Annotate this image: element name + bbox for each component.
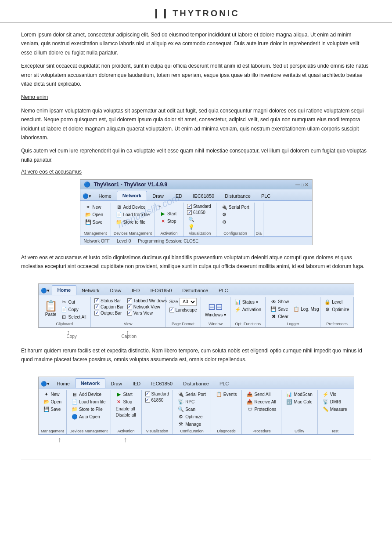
link-2[interactable]: At vero eos et accusamus <box>21 169 82 175</box>
btn3-auto-open[interactable]: 🔵 Auto Open <box>70 414 107 421</box>
btn3-disable-all[interactable]: Disable all <box>115 412 138 418</box>
btn-new[interactable]: ✦ New <box>84 203 107 210</box>
btn-add-device[interactable]: 🖥 Add Device <box>115 203 151 210</box>
btn3-start[interactable]: ▶ Start <box>115 391 138 398</box>
ribbon-orb[interactable]: 🔵▾ <box>80 192 94 200</box>
group-label-configuration: Configuration <box>216 231 254 236</box>
btn-select-all[interactable]: ⊞ Select All <box>60 314 88 321</box>
btn3-enable-all[interactable]: Enable all <box>115 406 138 412</box>
btn3-serial-port[interactable]: 🔌 Serial Port <box>176 391 207 398</box>
chk-output-bar[interactable]: Output Bar <box>94 310 124 316</box>
tab-draw[interactable]: Draw <box>147 192 169 200</box>
dmri-icon: 📡 <box>323 399 329 405</box>
btn-search[interactable]: 🔍 <box>187 216 212 223</box>
config-2-icon: ⚙ <box>221 211 227 218</box>
btn3-optimize[interactable]: ⚙ Optimize <box>176 414 207 421</box>
btn3-receive-all[interactable]: 📥 Receive All <box>245 399 277 406</box>
tab2-plc[interactable]: PLC <box>213 286 233 295</box>
tab-ied[interactable]: IED <box>169 192 187 200</box>
btn-log-msg[interactable]: 📋 Log. Msg <box>292 306 320 313</box>
chk-tabbed-windows[interactable]: Tabbed Windows <box>127 298 167 304</box>
tab3-plc[interactable]: PLC <box>214 379 234 388</box>
btn-start[interactable]: ▶ Start <box>158 210 180 217</box>
btn-load-from-file[interactable]: 📄 Load from file <box>115 211 151 218</box>
btn-optimize[interactable]: ⚙ Optimize <box>323 306 350 313</box>
btn3-events[interactable]: 📋 Events <box>215 391 238 398</box>
btn-save[interactable]: 💾 Save <box>84 218 107 225</box>
ribbon-orb-2[interactable]: 🔵▾ <box>39 287 52 295</box>
tab2-network[interactable]: Network <box>76 286 104 295</box>
btn-windows[interactable]: Windows ▾ <box>204 312 228 318</box>
btn3-store-file[interactable]: 📁 Store to File <box>70 406 107 413</box>
tab3-network[interactable]: Network <box>75 378 105 388</box>
btn3-vio[interactable]: ⚡ Vio <box>321 391 349 398</box>
btn-status[interactable]: 📊 Status ▾ <box>234 299 263 306</box>
chk-status-bar[interactable]: Status Bar <box>94 298 124 304</box>
link-1[interactable]: Nemo enim <box>21 94 48 100</box>
chk-network-view[interactable]: Network View <box>127 304 167 310</box>
chk-caption-bar-label: Caption Bar <box>101 305 124 309</box>
btn-config-2[interactable]: ⚙ <box>220 211 251 218</box>
chk-landscape[interactable]: Landscape <box>169 307 197 313</box>
chk3-61850[interactable]: 61850 <box>145 397 169 403</box>
btn3-dmri[interactable]: 📡 DMRI <box>321 399 349 406</box>
btn-store-to-file[interactable]: 📁 Store to file <box>115 218 151 225</box>
tab2-draw[interactable]: Draw <box>104 286 126 295</box>
tab2-ied[interactable]: IED <box>126 286 145 295</box>
btn3-add-device[interactable]: 🖥 Add Device <box>70 391 107 398</box>
btn-logger-save[interactable]: 💾 Save <box>269 306 290 313</box>
btn-show[interactable]: 👁 Show <box>269 298 290 305</box>
btn-open[interactable]: 📂 Open <box>84 211 107 218</box>
group3-label-devices: Devices Management <box>67 429 111 433</box>
tab-plc[interactable]: PLC <box>256 192 276 200</box>
btn3-modscan[interactable]: 📊 ModScan <box>285 391 313 398</box>
logger-save-icon: 💾 <box>270 306 277 312</box>
tab3-ied[interactable]: IED <box>127 379 146 388</box>
btn-copy[interactable]: 📄 Copy <box>60 306 88 313</box>
btn3-new[interactable]: ✦ New <box>42 391 63 398</box>
tab-network-active[interactable]: Network <box>117 191 147 200</box>
btn3-measure[interactable]: 📏 Measure <box>321 406 349 413</box>
tab2-home[interactable]: Home <box>52 285 77 295</box>
btn-cut[interactable]: ✂ Cut <box>60 299 88 306</box>
btn3-protections-label: Protections <box>254 407 276 412</box>
btn-serial-port[interactable]: 🔌 Serial Port <box>220 203 251 210</box>
btn-new-label: New <box>93 205 101 210</box>
btn3-open[interactable]: 📂 Open <box>42 399 63 406</box>
chk-standard[interactable]: Standard <box>187 203 212 209</box>
btn3-save[interactable]: 💾 Save <box>42 406 63 413</box>
tab2-disturbance[interactable]: Disturbance <box>177 286 213 295</box>
btn3-mac-calc[interactable]: 🔢 Mac Calc <box>285 399 313 406</box>
btn3-send-all[interactable]: 📤 Send All <box>245 391 277 398</box>
tab3-iec61850[interactable]: IEC61850 <box>146 379 178 388</box>
btn-clear[interactable]: ✖ Clear <box>269 313 290 320</box>
btn-stop[interactable]: ✕ Stop <box>158 218 180 225</box>
size-select[interactable]: A3A4 <box>180 298 197 306</box>
btn3-rpc[interactable]: 📡 RPC <box>176 399 207 406</box>
tab-disturbance[interactable]: Disturbance <box>219 192 256 200</box>
btn3-load-file[interactable]: 📄 Load from file <box>70 399 107 406</box>
ribbon-orb-3[interactable]: 🔵▾ <box>39 380 52 388</box>
btn-activation[interactable]: ⚡ Activation <box>234 306 263 313</box>
chk3-standard[interactable]: Standard <box>145 391 169 397</box>
tab3-draw[interactable]: Draw <box>105 379 127 388</box>
btn-config-3[interactable]: ⚙ <box>220 218 251 225</box>
btn3-stop[interactable]: ✕ Stop <box>115 399 138 406</box>
tab2-iec61850[interactable]: IEC61850 <box>145 286 177 295</box>
btn3-scan[interactable]: 🔍 Scan <box>176 406 207 413</box>
chk-61850[interactable]: 61850 <box>187 210 212 215</box>
btn-light[interactable]: 💡 <box>187 223 212 230</box>
tab3-home[interactable]: Home <box>52 379 75 388</box>
btn3-manage[interactable]: ⚒ Manage <box>176 421 207 428</box>
chk-caption-bar[interactable]: Caption Bar <box>94 304 124 310</box>
tab3-disturbance[interactable]: Disturbance <box>178 379 214 388</box>
tab-home[interactable]: Home <box>94 192 117 200</box>
chk-vars-view[interactable]: Vars View <box>127 310 167 316</box>
btn3-protections[interactable]: 🛡 Protections <box>245 406 277 413</box>
tab-iec61850[interactable]: IEC61850 <box>187 192 219 200</box>
btn-paste[interactable]: 📋 Paste <box>42 298 60 319</box>
btn-level[interactable]: 🔒 Level <box>323 299 350 306</box>
app-icon: 🔵 <box>84 181 90 188</box>
activation-icon: ⚡ <box>235 307 241 313</box>
status-dropdown-icon: ▾ <box>256 300 258 305</box>
